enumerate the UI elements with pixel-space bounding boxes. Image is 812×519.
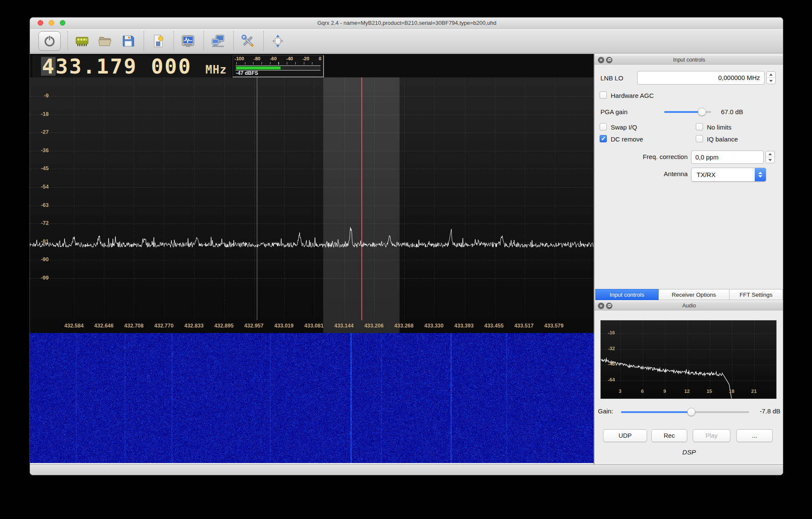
audio-fft-plot[interactable] — [600, 320, 777, 399]
lnb-lo-spinner[interactable] — [766, 71, 776, 84]
power-icon — [42, 34, 57, 48]
meter-tick-label: -100 — [235, 56, 244, 61]
window-title: Gqrx 2.4 - name=MyB210,product=B210,seri… — [30, 20, 783, 26]
toolbar-separator — [233, 31, 234, 51]
pga-gain-label: PGA gain — [600, 108, 627, 115]
spectrum-freq-tick-label: 433.579 — [539, 323, 569, 329]
spectrum-freq-tick-label: 432.833 — [179, 323, 209, 329]
open-file-button[interactable] — [95, 31, 115, 51]
freq-correction-input[interactable]: 0,0 ppm — [691, 150, 764, 164]
spectrum-freq-tick-label: 432.584 — [59, 323, 89, 329]
pga-slider-handle[interactable] — [698, 108, 706, 116]
antenna-dropdown[interactable]: TX/RX — [691, 168, 766, 182]
signal-meter: -100-80-60-40-200 -47 dBFS — [232, 55, 324, 77]
more-options-button[interactable]: ... — [736, 429, 773, 442]
window-bottom-bar — [30, 464, 783, 475]
spectrum-db-tick-label: -63 — [33, 202, 49, 208]
spectrum-freq-tick-label: 433.330 — [419, 323, 449, 329]
meter-level-bar — [236, 66, 281, 70]
pga-gain-slider[interactable] — [664, 111, 711, 113]
meter-tick-label: -40 — [286, 56, 293, 61]
spectrum-freq-tick-label: 432.895 — [209, 323, 239, 329]
dc-remove-checkbox[interactable] — [600, 135, 607, 142]
toolbar — [30, 29, 783, 53]
frequency-display[interactable]: 433.179 000 MHz — [32, 55, 231, 77]
spectrum-freq-tick-label: 433.206 — [359, 323, 389, 329]
dsp-label: DSP — [594, 448, 783, 456]
frequency-digits[interactable]: 433.179 000 MHz — [42, 56, 227, 77]
tools-button[interactable] — [238, 31, 258, 51]
audio-gain-label: Gain: — [598, 407, 613, 415]
spectrum-freq-tick-label: 432.708 — [119, 323, 149, 329]
spectrum-freq-tick-label: 433.081 — [299, 323, 329, 329]
spectrum-plot[interactable] — [30, 77, 594, 333]
dropdown-arrows-icon — [755, 168, 766, 181]
toolbar-separator — [263, 31, 264, 51]
remote-control-button[interactable] — [208, 31, 228, 51]
spectrum-freq-tick-label: 433.144 — [329, 323, 359, 329]
iq-balance-checkbox[interactable] — [696, 135, 703, 142]
waterfall[interactable] — [30, 333, 594, 463]
bookmarks-icon — [151, 34, 165, 48]
swap-iq-label: Swap I/Q — [611, 124, 637, 131]
title-bar: Gqrx 2.4 - name=MyB210,product=B210,seri… — [30, 18, 783, 29]
spectrum-freq-tick-label: 433.393 — [449, 323, 479, 329]
tab-fft-settings[interactable]: FFT Settings — [729, 289, 783, 300]
audio-gain-handle[interactable] — [687, 408, 695, 416]
audio-khz-tick-label: 3 — [614, 389, 627, 394]
rec-button[interactable]: Rec — [651, 429, 687, 442]
audio-gain-value: -7.8 dB — [746, 407, 780, 415]
spectrum-db-tick-label: -54 — [33, 184, 49, 190]
spectrum-freq-tick-label: 433.455 — [479, 323, 509, 329]
play-button[interactable]: Play — [693, 429, 730, 442]
audio-gain-fill — [621, 411, 691, 413]
save-icon — [121, 34, 135, 48]
spin-up-icon[interactable] — [767, 72, 775, 78]
no-limits-label: No limits — [707, 124, 732, 131]
meter-tick-label: -60 — [270, 56, 277, 61]
meter-scale-labels: -100-80-60-40-200 — [235, 56, 321, 61]
spin-down-icon[interactable] — [766, 157, 774, 163]
pga-gain-value: 67.0 dB — [721, 108, 743, 115]
meter-tick-label: 0 — [319, 56, 321, 61]
dock-title: Input controls — [594, 57, 783, 63]
configure-io-button[interactable] — [72, 31, 92, 51]
bookmarks-button[interactable] — [148, 31, 168, 51]
spectrum-freq-tick-label: 432.646 — [89, 323, 119, 329]
no-limits-checkbox[interactable] — [696, 123, 703, 130]
remote-control-icon — [211, 34, 225, 48]
freq-correction-spinner[interactable] — [765, 151, 775, 163]
top-strip: 433.179 000 MHz -100-80-60-40-200 -47 dB… — [30, 54, 594, 77]
udp-button[interactable]: UDP — [603, 429, 647, 442]
swap-iq-checkbox[interactable] — [600, 123, 607, 130]
lnb-lo-input[interactable]: 0,000000 MHz — [637, 71, 765, 85]
save-file-button[interactable] — [118, 31, 138, 51]
audio-khz-tick-label: 21 — [747, 389, 760, 394]
fullscreen-button[interactable] — [268, 31, 288, 51]
spectrum-db-tick-label: -36 — [33, 147, 49, 153]
spectrum-db-tick-label: -9 — [33, 93, 49, 99]
start-dsp-button[interactable] — [38, 31, 61, 51]
hardware-agc-checkbox[interactable] — [600, 91, 607, 99]
tab-receiver-options[interactable]: Receiver Options — [658, 289, 730, 300]
tab-input-controls[interactable]: Input controls — [595, 289, 659, 300]
spin-up-icon[interactable] — [766, 151, 774, 157]
dsp-scope-icon — [181, 34, 195, 48]
dc-remove-label: DC remove — [611, 136, 643, 143]
audio-khz-tick-label: 15 — [703, 389, 716, 394]
spin-down-icon[interactable] — [767, 78, 775, 84]
spectrum-freq-tick-label: 432.957 — [239, 323, 269, 329]
dock-title: Audio — [594, 303, 783, 309]
spectrum-freq-tick-label: 432.770 — [149, 323, 179, 329]
audio-khz-tick-label: 12 — [681, 389, 694, 394]
hardware-agc-label: Hardware AGC — [611, 92, 654, 99]
frequency-value[interactable]: 433.179 000 — [42, 54, 192, 78]
right-panel: × Input controls LNB LO 0,000000 MHz Har… — [594, 54, 783, 464]
meter-reading: -47 dBFS — [236, 70, 258, 76]
pga-slider-fill — [664, 111, 702, 113]
dsp-options-button[interactable] — [178, 31, 198, 51]
audio-gain-slider[interactable] — [621, 411, 749, 413]
gqrx-window: Gqrx 2.4 - name=MyB210,product=B210,seri… — [29, 17, 783, 475]
audio-khz-tick-label: 6 — [636, 389, 649, 394]
toolbar-separator — [203, 31, 204, 51]
